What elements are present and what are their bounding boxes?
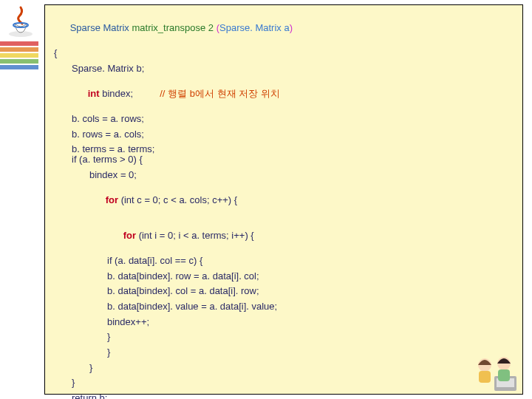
code-line-close1: } [54, 332, 514, 342]
keyword-for: for [106, 194, 121, 205]
code-block: Sparse Matrix matrix_transpose 2 (Sparse… [44, 4, 523, 395]
code-line-for-inner: for (int i = 0; i < a. terms; i++) { [54, 220, 514, 250]
svg-rect-7 [498, 369, 510, 381]
slide: Sparse Matrix matrix_transpose 2 (Sparse… [0, 0, 532, 399]
code-line-cols: b. cols = a. rows; [54, 114, 514, 124]
code-line-close4: } [54, 378, 514, 388]
keyword-for: for [123, 230, 139, 241]
keyword-int: int [88, 88, 103, 99]
java-logo-icon [3, 3, 38, 38]
code-line-assign3: b. data[bindex]. value = a. data[i]. val… [54, 301, 514, 312]
code-line-if-inner: if (a. data[i]. col == c) { [54, 256, 514, 266]
code-line-signature: Sparse Matrix matrix_transpose 2 (Sparse… [54, 13, 514, 43]
code-line-decl-b: Sparse. Matrix b; [54, 64, 514, 74]
code-line-if: if (a. terms > 0) { [54, 154, 514, 165]
paren-close: ) [290, 22, 293, 33]
code-line-assign2: b. data[bindex]. col = a. data[i]. row; [54, 286, 514, 296]
code-line-rows: b. rows = a. cols; [54, 129, 514, 140]
code-line-close2: } [54, 347, 514, 358]
color-stripes-icon [0, 41, 38, 71]
for-outer-rest: (int c = 0; c < a. cols; c++) { [121, 194, 238, 205]
code-line-bindex0: bindex = 0; [54, 170, 514, 180]
var-bindex: bindex; [102, 88, 160, 99]
code-line-open-brace: { [54, 48, 514, 58]
for-inner-rest: (int i = 0; i < a. terms; i++) { [139, 230, 254, 241]
comment: // 행렬 b에서 현재 저장 위치 [160, 88, 280, 99]
code-line-for-outer: for (int c = 0; c < a. cols; c++) { [54, 185, 514, 215]
code-line-close3: } [54, 363, 514, 373]
kids-illustration-icon [468, 350, 528, 395]
function-name: matrix_transpose 2 [132, 22, 216, 33]
code-line-binc: bindex++; [54, 317, 514, 327]
code-line-decl-bindex: int bindex; // 행렬 b에서 현재 저장 위치 [54, 78, 514, 109]
return-type: Sparse Matrix [70, 22, 132, 33]
code-line-assign1: b. data[bindex]. row = a. data[i]. col; [54, 271, 514, 282]
svg-rect-5 [479, 371, 491, 383]
code-line-terms: b. terms = a. terms; [54, 144, 514, 154]
code-line-return: return b; [54, 393, 514, 399]
param: Sparse. Matrix a [219, 22, 290, 33]
